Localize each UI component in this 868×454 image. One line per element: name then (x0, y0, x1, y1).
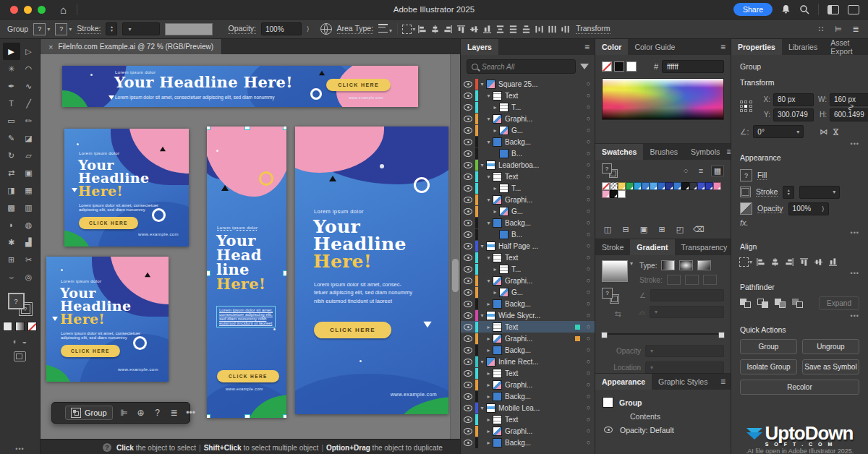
tab-swatches[interactable]: Swatches (595, 144, 643, 160)
layer-name[interactable]: Half Page ... (498, 242, 582, 250)
gradient-fill-stroke-proxy[interactable]: ? (602, 288, 619, 304)
layer-row[interactable]: ▸Graphi...○ (461, 425, 595, 437)
disclosure-icon[interactable]: ▾ (478, 162, 486, 168)
shape-builder-tool[interactable]: ◨ (3, 181, 20, 199)
shaper-tool[interactable]: ✎ (3, 129, 20, 147)
target-icon[interactable]: ○ (582, 92, 595, 99)
rotate-tool[interactable]: ↻ (3, 147, 20, 164)
area-type-options-dropdown[interactable] (378, 24, 392, 34)
appearance-row-group[interactable]: Group (603, 395, 723, 409)
disclosure-icon[interactable]: ▸ (485, 382, 493, 388)
layer-row[interactable]: ▸T...○ (461, 263, 595, 275)
globe-icon[interactable] (320, 23, 332, 35)
target-icon[interactable]: ○ (582, 115, 595, 122)
layer-name[interactable]: Backg... (505, 346, 582, 354)
fill-stroke-indicator[interactable]: ? ? (8, 293, 33, 316)
constrain-proportions-icon[interactable]: ∿ (846, 103, 856, 111)
tab-symbols[interactable]: Symbols (684, 144, 726, 160)
visibility-eye-icon[interactable] (461, 220, 475, 226)
panel-menu-icon[interactable]: ≡ (584, 39, 595, 55)
layer-name[interactable]: Backg... (505, 219, 582, 227)
stroke-weight-dropdown[interactable] (122, 22, 160, 35)
target-icon[interactable]: ○ (582, 404, 595, 411)
quick-action-recolor[interactable]: Recolor (740, 380, 859, 395)
panel-menu-icon[interactable]: ≡ (720, 374, 731, 390)
target-icon[interactable]: ○ (582, 288, 595, 296)
selection-handle[interactable] (207, 270, 210, 276)
visibility-eye-icon[interactable] (461, 312, 475, 319)
layer-row[interactable]: ▾Graphi...○ (461, 194, 595, 205)
rotation-angle-field[interactable]: 0°▾ (753, 125, 804, 138)
layer-row[interactable]: ▸T...○ (461, 182, 595, 194)
tab-appearance[interactable]: Appearance (595, 374, 652, 390)
target-icon[interactable]: ○ (582, 80, 595, 87)
target-icon[interactable]: ○ (582, 439, 595, 446)
va-b-icon[interactable] (827, 256, 838, 267)
stroke-label[interactable]: Stroke (756, 187, 778, 197)
document-tab[interactable]: × FileInfo.com Example.ai @ 72 % (RGB/Pr… (41, 39, 222, 54)
visibility-eye-icon[interactable] (461, 116, 475, 122)
layer-name[interactable]: Backg... (505, 439, 582, 447)
dv-c-icon[interactable] (507, 23, 519, 35)
layer-row[interactable]: ▾Wide Skycr...○ (461, 309, 595, 321)
swatch[interactable] (642, 182, 650, 190)
layer-name[interactable]: Wide Skycr... (498, 312, 582, 320)
new-swatch-icon[interactable]: ◰ (675, 225, 685, 234)
quick-action-isolate-group[interactable]: Isolate Group (740, 359, 797, 374)
layer-row[interactable]: ▸Backg...○ (461, 344, 595, 356)
text-options-icon[interactable]: ≣ (169, 408, 179, 418)
layer-name[interactable]: Text (505, 173, 582, 181)
disclosure-icon[interactable]: ▸ (491, 127, 499, 134)
layer-row[interactable]: ▾Text○ (461, 171, 595, 182)
banner-cta-button[interactable]: CLICK HERE (326, 79, 391, 91)
swatch[interactable] (610, 190, 618, 198)
layer-name[interactable]: Text (505, 92, 582, 100)
opacity-label[interactable]: Opacity (757, 204, 783, 213)
disclosure-icon[interactable]: ▾ (485, 116, 493, 122)
target-icon[interactable]: ○ (582, 358, 595, 365)
layer-name[interactable]: Inline Rect... (498, 358, 582, 366)
chevron-down-icon[interactable]: ▾ (630, 260, 633, 267)
visibility-eye-icon[interactable] (461, 231, 475, 238)
stroke-color-well[interactable]: ? (55, 23, 72, 35)
artboard-inline-rectangle[interactable]: Lorem ipsum dolor YourHeadlineHere! Lore… (46, 257, 169, 382)
flip-horizontal-icon[interactable]: ⋈ (820, 127, 827, 137)
x-field[interactable]: 80 px (773, 93, 814, 106)
visibility-eye-icon[interactable] (461, 208, 475, 215)
target-icon[interactable]: ○ (582, 161, 595, 168)
tab-properties[interactable]: Properties (731, 39, 782, 55)
visibility-eye-icon[interactable] (461, 127, 475, 134)
layer-row[interactable]: B...○ (461, 147, 595, 159)
layer-row[interactable]: ▾Text○ (461, 90, 595, 101)
layer-name[interactable]: G... (511, 288, 582, 296)
panel-menu-icon[interactable]: ≡ (720, 39, 731, 55)
swatch[interactable] (697, 182, 705, 190)
scale-tool[interactable]: ▱ (20, 147, 38, 164)
layer-name[interactable]: B... (511, 231, 582, 239)
stroke-weight-dropdown[interactable]: ▾ (799, 186, 840, 199)
close-tab-icon[interactable]: × (48, 43, 53, 51)
disclosure-icon[interactable]: ▾ (485, 220, 493, 226)
hex-input[interactable]: ffffff (662, 60, 724, 73)
scrollbar-thumb[interactable] (452, 259, 459, 292)
stroke-chip[interactable] (740, 187, 751, 197)
target-icon[interactable]: ○ (582, 219, 595, 226)
swatch[interactable] (681, 182, 689, 190)
layer-row[interactable]: ▾Mobile Lea...○ (461, 402, 595, 414)
visibility-eye-icon[interactable] (461, 93, 475, 99)
target-icon[interactable]: ○ (582, 300, 595, 307)
width-tool[interactable]: ⇄ (3, 164, 20, 181)
banner-cta-button[interactable]: CLICK HERE (79, 217, 138, 229)
grid-view-icon[interactable]: ▦ (711, 166, 724, 176)
layer-name[interactable]: G... (511, 207, 582, 215)
target-icon[interactable]: ○ (582, 196, 595, 203)
panel-layout-icon[interactable] (848, 5, 859, 14)
ha-l-icon[interactable] (754, 256, 766, 267)
variable-width-profile[interactable] (165, 23, 213, 35)
free-transform-tool[interactable]: ▣ (20, 164, 38, 181)
ha-c-icon[interactable] (769, 256, 780, 267)
target-icon[interactable]: ○ (582, 335, 595, 342)
target-icon[interactable]: ○ (582, 381, 595, 388)
layer-name[interactable]: Square 25... (498, 80, 582, 88)
swatch[interactable] (673, 182, 681, 190)
